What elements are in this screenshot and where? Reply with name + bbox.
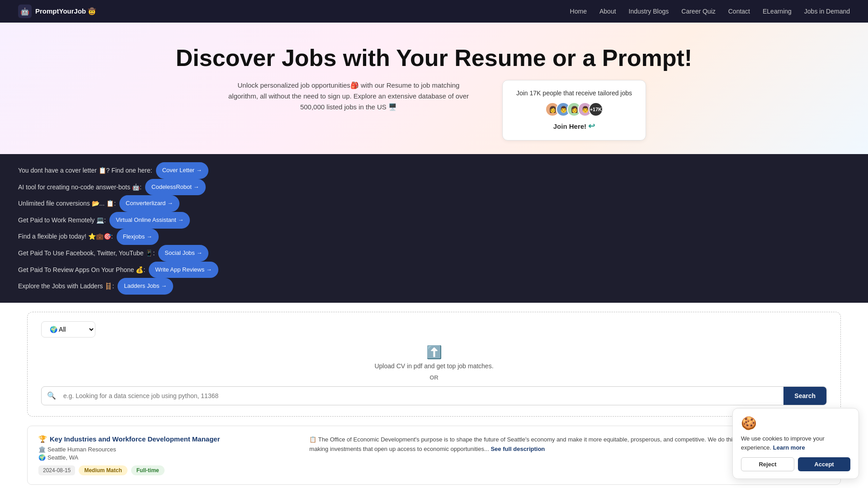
nav-link-about[interactable]: About — [599, 8, 616, 15]
job-location: 🌍 Seattle, WA — [38, 454, 298, 461]
cookie-icon: 🍪 — [741, 416, 850, 431]
nav-link-career-quiz[interactable]: Career Quiz — [681, 8, 715, 15]
promo-text: Get Paid To Review Apps On Your Phone 💰: — [18, 263, 145, 277]
search-input[interactable] — [61, 387, 783, 405]
hero-join-card: Join 17K people that receive tailored jo… — [502, 80, 646, 141]
reject-button[interactable]: Reject — [741, 457, 794, 471]
learn-more-link[interactable]: Learn more — [773, 444, 805, 451]
promo-text: Find a flexible job today! ⭐💼🎯: — [18, 230, 113, 244]
nav-link-industry-blogs[interactable]: Industry Blogs — [629, 8, 669, 15]
promo-button[interactable]: Write App Reviews → — [149, 262, 218, 278]
upload-text: Upload CV in pdf — [374, 362, 422, 370]
job-company: 🏛️ Seattle Human Resources — [38, 446, 298, 453]
location-select[interactable]: 🌍 All — [41, 321, 95, 338]
promo-button[interactable]: Converterlizard → — [119, 195, 179, 212]
promo-row: Get Paid to Work Remotely 💻:Virtual Onli… — [18, 212, 850, 229]
job-tag: Full-time — [131, 465, 165, 475]
promo-row: Get Paid To Use Facebook, Twitter, YouTu… — [18, 245, 850, 262]
logo-text: PromptYourJob 🤠 — [35, 7, 96, 15]
promo-row: Get Paid To Review Apps On Your Phone 💰:… — [18, 262, 850, 278]
navbar: 🤖 PromptYourJob 🤠 HomeAboutIndustry Blog… — [0, 0, 868, 23]
hero-title: Discover Jobs with Your Resume or a Prom… — [18, 45, 850, 71]
nav-link-elearning[interactable]: ELearning — [763, 8, 792, 15]
or-divider: OR — [41, 374, 827, 381]
nav-links: HomeAboutIndustry BlogsCareer QuizContac… — [570, 7, 850, 15]
promo-text: You dont have a cover letter 📋? Find one… — [18, 164, 152, 178]
promo-bar: You dont have a cover letter 📋? Find one… — [0, 154, 868, 303]
logo-icon: 🤖 — [18, 5, 32, 18]
job-card: 🏆 Key Industries and Workforce Developme… — [27, 426, 841, 485]
join-arrow-icon: ↩ — [588, 122, 595, 131]
accept-button[interactable]: Accept — [798, 457, 850, 471]
hero-description: Unlock personalized job opportunities🎒 w… — [222, 80, 475, 113]
promo-row: Unlimited file conversions 📂... 📋:Conver… — [18, 195, 850, 212]
promo-text: Explore the Jobs with Ladders 🪜: — [18, 279, 114, 293]
promo-row: AI tool for creating no-code answer-bots… — [18, 179, 850, 196]
job-meta: 2024-08-15Medium MatchFull-time — [38, 465, 298, 475]
hero-section: Discover Jobs with Your Resume or a Prom… — [0, 23, 868, 154]
promo-text: Get Paid to Work Remotely 💻: — [18, 213, 106, 227]
search-button[interactable]: Search — [783, 387, 826, 405]
avatar-group: 👩 👨 👩 👨 +17K — [516, 102, 632, 117]
cookie-banner: 🍪 We use cookies to improve your experie… — [732, 408, 859, 479]
avatar-count: +17K — [589, 102, 603, 117]
cookie-buttons: Reject Accept — [741, 457, 850, 471]
promo-button[interactable]: Flexjobs → — [117, 229, 159, 245]
job-title[interactable]: 🏆 Key Industries and Workforce Developme… — [38, 435, 298, 443]
join-link[interactable]: Join Here! ↩ — [516, 121, 632, 131]
promo-text: Unlimited file conversions 📂... 📋: — [18, 197, 116, 211]
logo[interactable]: 🤖 PromptYourJob 🤠 — [18, 5, 96, 18]
promo-button[interactable]: CodelessRobot → — [145, 179, 206, 196]
promo-text: AI tool for creating no-code answer-bots… — [18, 180, 142, 194]
job-tag: Medium Match — [79, 465, 127, 475]
search-section: 🌍 All ⬆️ Upload CV in pdf and get top jo… — [27, 312, 841, 417]
upload-icon: ⬆️ — [426, 345, 442, 360]
promo-row: You dont have a cover letter 📋? Find one… — [18, 162, 850, 179]
promo-text: Get Paid To Use Facebook, Twitter, YouTu… — [18, 246, 155, 260]
search-icon: 🔍 — [42, 391, 61, 400]
promo-button[interactable]: Ladders Jobs → — [118, 278, 173, 295]
search-bar: 🔍 Search — [41, 386, 827, 405]
upload-suffix: and get top job matches. — [424, 362, 493, 370]
promo-button[interactable]: Cover Letter → — [156, 162, 208, 179]
job-date: 2024-08-15 — [38, 465, 75, 475]
jobs-section: 🏆 Key Industries and Workforce Developme… — [27, 426, 841, 488]
nav-link-home[interactable]: Home — [570, 8, 587, 15]
promo-row: Explore the Jobs with Ladders 🪜:Ladders … — [18, 278, 850, 295]
nav-link-jobs-in-demand[interactable]: Jobs in Demand — [804, 8, 850, 15]
cookie-text: We use cookies to improve your experienc… — [741, 434, 850, 452]
promo-row: Find a flexible job today! ⭐💼🎯:Flexjobs … — [18, 229, 850, 245]
promo-button[interactable]: Virtual Online Assistant → — [109, 212, 190, 229]
nav-link-contact[interactable]: Contact — [728, 8, 750, 15]
promo-button[interactable]: Social Jobs → — [158, 245, 208, 262]
join-text: Join 17K people that receive tailored jo… — [516, 89, 632, 97]
upload-cv-area[interactable]: ⬆️ Upload CV in pdf and get top job matc… — [41, 345, 827, 370]
see-full-description-link[interactable]: See full description — [491, 446, 545, 452]
